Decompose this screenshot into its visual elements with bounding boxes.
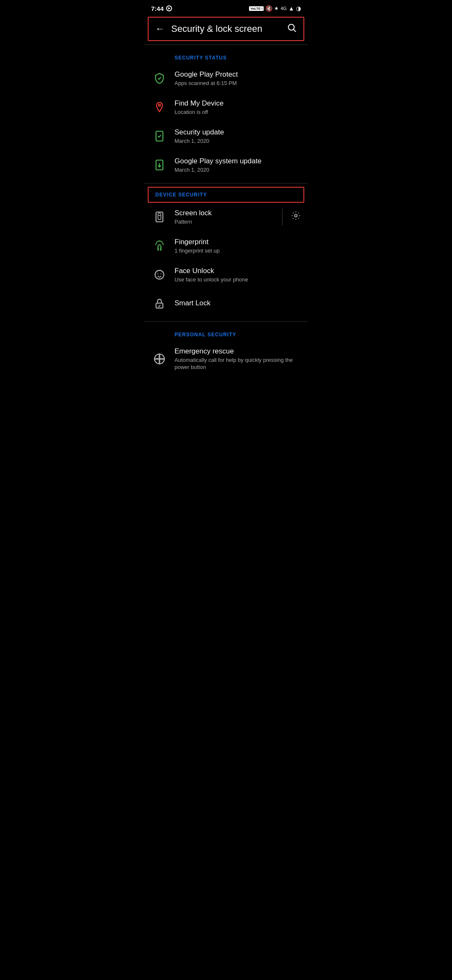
svg-rect-7 (158, 216, 161, 219)
section-divider-1 (144, 183, 308, 183)
fingerprint-icon (151, 237, 168, 254)
section-divider-2 (144, 321, 308, 322)
play-icon (166, 5, 172, 11)
section-personal-security: PERSONAL SECURITY Emergency rescue Autom… (144, 325, 308, 377)
list-item-smart-lock[interactable]: Smart Lock (144, 289, 308, 318)
battery-icon: ◑ (296, 5, 301, 12)
emergency-rescue-title: Emergency rescue (175, 347, 301, 356)
security-update-subtitle: March 1, 2020 (175, 138, 301, 145)
phone-check-icon (151, 128, 168, 144)
volte-icon: VoLTE ! (249, 6, 264, 11)
list-item-screen-lock[interactable]: Screen lock Pattern (144, 203, 308, 232)
bluetooth-icon: ★ (274, 5, 279, 11)
svg-rect-6 (156, 212, 163, 222)
google-play-protect-subtitle: Apps scanned at 6:15 PM (175, 80, 301, 87)
svg-point-8 (295, 214, 297, 217)
section-label-security-status: SECURITY STATUS (144, 48, 308, 64)
google-play-system-update-subtitle: March 1, 2020 (175, 167, 301, 174)
location-pin-icon (151, 99, 168, 116)
page-title: Security & lock screen (171, 23, 287, 34)
list-item-security-update[interactable]: Security update March 1, 2020 (144, 122, 308, 151)
section-security-status: SECURITY STATUS Google Play Protect Apps… (144, 48, 308, 180)
face-unlock-subtitle: Use face to unlock your phone (175, 276, 301, 284)
svg-point-12 (160, 273, 161, 274)
find-my-device-title: Find My Device (175, 99, 301, 108)
screen-lock-title: Screen lock (175, 209, 282, 218)
list-item-face-unlock[interactable]: Face Unlock Use face to unlock your phon… (144, 260, 308, 289)
fingerprint-subtitle: 1 fingerprint set up (175, 248, 301, 255)
signal-icon: ▲ (288, 5, 294, 12)
find-my-device-subtitle: Location is off (175, 109, 301, 116)
status-time: 7:44 (151, 5, 172, 12)
status-icons: VoLTE ! 🔇 ★ 4G ▲ ◑ (249, 5, 301, 12)
list-item-find-my-device[interactable]: Find My Device Location is off (144, 93, 308, 122)
phone-download-icon (151, 157, 168, 173)
app-header: ← Security & lock screen (148, 17, 304, 41)
smart-lock-icon (151, 295, 168, 312)
list-item-google-play-system-update[interactable]: Google Play system update March 1, 2020 (144, 151, 308, 180)
screen-lock-divider (282, 209, 282, 225)
mute-icon: 🔇 (265, 5, 272, 12)
google-play-system-update-title: Google Play system update (175, 157, 301, 166)
screen-lock-icon (151, 209, 168, 225)
svg-point-10 (155, 271, 164, 279)
section-label-personal-security: PERSONAL SECURITY (144, 325, 308, 341)
svg-point-2 (159, 104, 161, 106)
shield-check-icon (151, 70, 168, 87)
status-bar: 7:44 VoLTE ! 🔇 ★ 4G ▲ ◑ (144, 0, 308, 15)
emergency-icon (151, 351, 168, 367)
emergency-rescue-subtitle: Automatically call for help by quickly p… (175, 357, 301, 371)
fingerprint-title: Fingerprint (175, 237, 301, 247)
security-update-title: Security update (175, 128, 301, 137)
svg-point-9 (159, 245, 160, 245)
search-button[interactable] (287, 23, 297, 35)
signal-4g-icon: 4G (280, 6, 287, 11)
section-device-security: DEVICE SECURITY Screen lock Pattern (144, 187, 308, 318)
back-button[interactable]: ← (155, 23, 164, 34)
list-item-google-play-protect[interactable]: Google Play Protect Apps scanned at 6:15… (144, 64, 308, 93)
list-item-emergency-rescue[interactable]: Emergency rescue Automatically call for … (144, 341, 308, 377)
svg-line-1 (294, 30, 296, 32)
face-unlock-title: Face Unlock (175, 266, 301, 276)
list-item-fingerprint[interactable]: Fingerprint 1 fingerprint set up (144, 232, 308, 260)
svg-point-11 (157, 273, 158, 274)
screen-lock-gear-button[interactable] (291, 211, 301, 223)
face-icon (151, 266, 168, 283)
header-divider (144, 44, 308, 45)
svg-point-0 (288, 24, 294, 30)
smart-lock-title: Smart Lock (175, 299, 301, 308)
screen-lock-subtitle: Pattern (175, 219, 282, 226)
google-play-protect-title: Google Play Protect (175, 70, 301, 79)
section-label-device-security: DEVICE SECURITY (148, 187, 304, 203)
